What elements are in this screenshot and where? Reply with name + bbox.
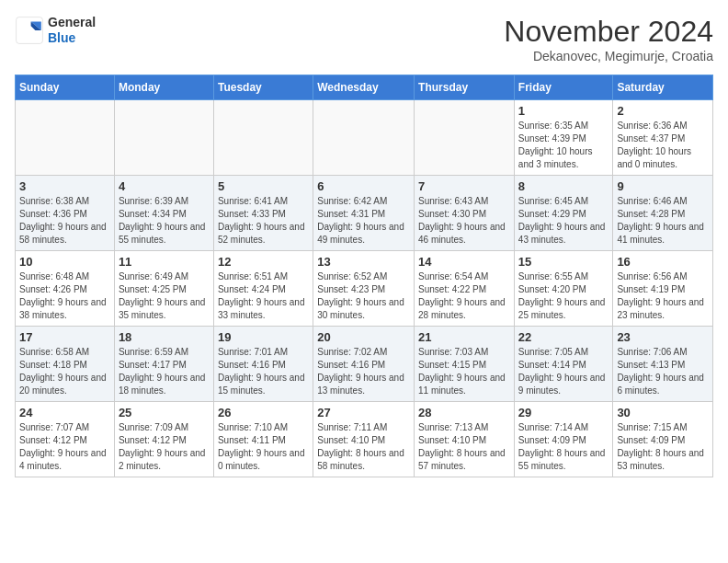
day-info: Sunrise: 7:07 AM Sunset: 4:12 PM Dayligh… xyxy=(19,421,110,473)
day-info: Sunrise: 6:52 AM Sunset: 4:23 PM Dayligh… xyxy=(317,270,410,322)
day-number: 11 xyxy=(119,255,210,269)
day-number: 15 xyxy=(518,255,609,269)
location-subtitle: Dekanovec, Megimurje, Croatia xyxy=(504,49,713,63)
day-number: 14 xyxy=(418,255,510,269)
day-info: Sunrise: 6:51 AM Sunset: 4:24 PM Dayligh… xyxy=(218,270,309,322)
day-number: 20 xyxy=(317,330,410,344)
day-number: 8 xyxy=(518,179,609,193)
day-number: 23 xyxy=(617,330,709,344)
weekday-header-wednesday: Wednesday xyxy=(313,75,415,100)
weekday-header-friday: Friday xyxy=(514,75,613,100)
calendar-day-cell xyxy=(114,100,213,176)
day-info: Sunrise: 7:01 AM Sunset: 4:16 PM Dayligh… xyxy=(218,346,309,397)
calendar-day-cell xyxy=(16,100,115,176)
day-info: Sunrise: 6:45 AM Sunset: 4:29 PM Dayligh… xyxy=(518,195,609,247)
calendar-week-row: 24Sunrise: 7:07 AM Sunset: 4:12 PM Dayli… xyxy=(16,402,713,477)
day-number: 30 xyxy=(617,406,709,419)
day-info: Sunrise: 6:42 AM Sunset: 4:31 PM Dayligh… xyxy=(317,195,410,247)
day-number: 19 xyxy=(218,330,309,344)
day-info: Sunrise: 6:41 AM Sunset: 4:33 PM Dayligh… xyxy=(218,195,309,247)
logo: General Blue xyxy=(15,15,96,46)
weekday-header-monday: Monday xyxy=(114,75,213,100)
calendar-day-cell: 14Sunrise: 6:54 AM Sunset: 4:22 PM Dayli… xyxy=(415,251,515,327)
calendar-day-cell xyxy=(415,100,515,176)
calendar-week-row: 17Sunrise: 6:58 AM Sunset: 4:18 PM Dayli… xyxy=(16,327,713,402)
calendar-week-row: 3Sunrise: 6:38 AM Sunset: 4:36 PM Daylig… xyxy=(16,176,713,251)
calendar-day-cell xyxy=(313,100,415,176)
calendar-day-cell: 17Sunrise: 6:58 AM Sunset: 4:18 PM Dayli… xyxy=(16,327,115,402)
day-info: Sunrise: 6:55 AM Sunset: 4:20 PM Dayligh… xyxy=(518,270,609,322)
month-title: November 2024 xyxy=(504,15,713,49)
logo-text: General Blue xyxy=(48,15,96,46)
calendar-day-cell: 30Sunrise: 7:15 AM Sunset: 4:09 PM Dayli… xyxy=(613,402,713,477)
day-info: Sunrise: 7:15 AM Sunset: 4:09 PM Dayligh… xyxy=(617,421,709,473)
day-info: Sunrise: 7:03 AM Sunset: 4:15 PM Dayligh… xyxy=(418,346,510,397)
calendar-day-cell: 11Sunrise: 6:49 AM Sunset: 4:25 PM Dayli… xyxy=(114,251,213,327)
day-info: Sunrise: 7:11 AM Sunset: 4:10 PM Dayligh… xyxy=(317,421,410,473)
calendar-day-cell: 24Sunrise: 7:07 AM Sunset: 4:12 PM Dayli… xyxy=(16,402,115,477)
day-info: Sunrise: 6:54 AM Sunset: 4:22 PM Dayligh… xyxy=(418,270,510,322)
day-info: Sunrise: 6:36 AM Sunset: 4:37 PM Dayligh… xyxy=(617,120,709,171)
day-number: 25 xyxy=(119,406,210,419)
day-number: 18 xyxy=(119,330,210,344)
day-info: Sunrise: 6:49 AM Sunset: 4:25 PM Dayligh… xyxy=(119,270,210,322)
day-info: Sunrise: 7:06 AM Sunset: 4:13 PM Dayligh… xyxy=(617,346,709,397)
day-number: 17 xyxy=(19,330,110,344)
weekday-header-saturday: Saturday xyxy=(613,75,713,100)
calendar-week-row: 10Sunrise: 6:48 AM Sunset: 4:26 PM Dayli… xyxy=(16,251,713,327)
day-number: 2 xyxy=(617,104,709,118)
day-info: Sunrise: 7:02 AM Sunset: 4:16 PM Dayligh… xyxy=(317,346,410,397)
calendar-day-cell: 13Sunrise: 6:52 AM Sunset: 4:23 PM Dayli… xyxy=(313,251,415,327)
calendar-table: SundayMondayTuesdayWednesdayThursdayFrid… xyxy=(15,75,713,477)
weekday-header-thursday: Thursday xyxy=(415,75,515,100)
day-info: Sunrise: 6:43 AM Sunset: 4:30 PM Dayligh… xyxy=(418,195,510,247)
calendar-day-cell: 10Sunrise: 6:48 AM Sunset: 4:26 PM Dayli… xyxy=(16,251,115,327)
day-info: Sunrise: 6:58 AM Sunset: 4:18 PM Dayligh… xyxy=(19,346,110,397)
calendar-day-cell: 18Sunrise: 6:59 AM Sunset: 4:17 PM Dayli… xyxy=(114,327,213,402)
day-info: Sunrise: 7:05 AM Sunset: 4:14 PM Dayligh… xyxy=(518,346,609,397)
calendar-day-cell: 2Sunrise: 6:36 AM Sunset: 4:37 PM Daylig… xyxy=(613,100,713,176)
title-area: November 2024 Dekanovec, Megimurje, Croa… xyxy=(504,15,713,63)
calendar-day-cell: 4Sunrise: 6:39 AM Sunset: 4:34 PM Daylig… xyxy=(114,176,213,251)
day-number: 9 xyxy=(617,179,709,193)
calendar-day-cell xyxy=(213,100,313,176)
day-number: 5 xyxy=(218,179,309,193)
calendar-day-cell: 6Sunrise: 6:42 AM Sunset: 4:31 PM Daylig… xyxy=(313,176,415,251)
day-number: 1 xyxy=(518,104,609,118)
day-info: Sunrise: 6:38 AM Sunset: 4:36 PM Dayligh… xyxy=(19,195,110,247)
day-number: 26 xyxy=(218,406,309,419)
calendar-day-cell: 27Sunrise: 7:11 AM Sunset: 4:10 PM Dayli… xyxy=(313,402,415,477)
day-number: 29 xyxy=(518,406,609,419)
day-number: 12 xyxy=(218,255,309,269)
day-number: 13 xyxy=(317,255,410,269)
day-number: 3 xyxy=(19,179,110,193)
day-number: 24 xyxy=(19,406,110,419)
day-number: 16 xyxy=(617,255,709,269)
day-number: 21 xyxy=(418,330,510,344)
day-info: Sunrise: 6:56 AM Sunset: 4:19 PM Dayligh… xyxy=(617,270,709,322)
calendar-day-cell: 7Sunrise: 6:43 AM Sunset: 4:30 PM Daylig… xyxy=(415,176,515,251)
calendar-day-cell: 28Sunrise: 7:13 AM Sunset: 4:10 PM Dayli… xyxy=(415,402,515,477)
calendar-day-cell: 8Sunrise: 6:45 AM Sunset: 4:29 PM Daylig… xyxy=(514,176,613,251)
day-info: Sunrise: 6:48 AM Sunset: 4:26 PM Dayligh… xyxy=(19,270,110,322)
calendar-day-cell: 29Sunrise: 7:14 AM Sunset: 4:09 PM Dayli… xyxy=(514,402,613,477)
day-number: 28 xyxy=(418,406,510,419)
day-number: 22 xyxy=(518,330,609,344)
calendar-day-cell: 5Sunrise: 6:41 AM Sunset: 4:33 PM Daylig… xyxy=(213,176,313,251)
calendar-day-cell: 1Sunrise: 6:35 AM Sunset: 4:39 PM Daylig… xyxy=(514,100,613,176)
day-info: Sunrise: 6:46 AM Sunset: 4:28 PM Dayligh… xyxy=(617,195,709,247)
weekday-header-sunday: Sunday xyxy=(16,75,115,100)
calendar-day-cell: 3Sunrise: 6:38 AM Sunset: 4:36 PM Daylig… xyxy=(16,176,115,251)
calendar-day-cell: 22Sunrise: 7:05 AM Sunset: 4:14 PM Dayli… xyxy=(514,327,613,402)
calendar-day-cell: 9Sunrise: 6:46 AM Sunset: 4:28 PM Daylig… xyxy=(613,176,713,251)
logo-blue: Blue xyxy=(48,30,96,46)
day-info: Sunrise: 7:14 AM Sunset: 4:09 PM Dayligh… xyxy=(518,421,609,473)
calendar-day-cell: 15Sunrise: 6:55 AM Sunset: 4:20 PM Dayli… xyxy=(514,251,613,327)
day-info: Sunrise: 6:39 AM Sunset: 4:34 PM Dayligh… xyxy=(119,195,210,247)
weekday-header-tuesday: Tuesday xyxy=(213,75,313,100)
day-info: Sunrise: 7:09 AM Sunset: 4:12 PM Dayligh… xyxy=(119,421,210,473)
logo-icon xyxy=(15,16,44,45)
calendar-day-cell: 26Sunrise: 7:10 AM Sunset: 4:11 PM Dayli… xyxy=(213,402,313,477)
day-number: 7 xyxy=(418,179,510,193)
day-number: 10 xyxy=(19,255,110,269)
